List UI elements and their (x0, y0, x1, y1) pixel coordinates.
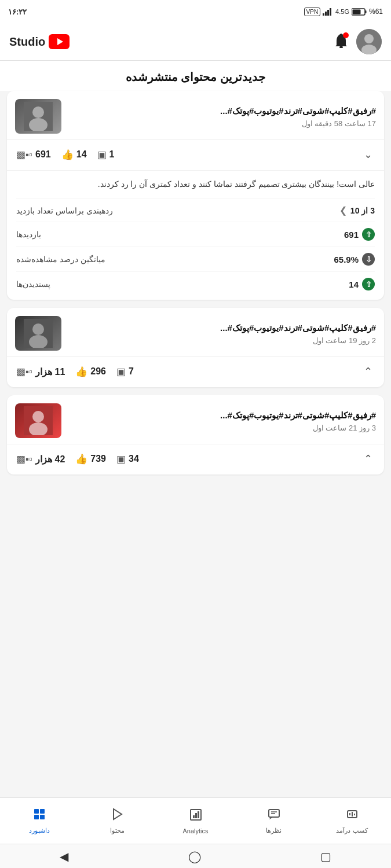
battery-icon (352, 8, 367, 16)
video-text-2: #رفیق#کلیپ#شوتی#ترند#یوتیوب#پوتک#... 2 ر… (67, 322, 376, 345)
video-card-3: #رفیق#کلیپ#شوتی#ترند#یوتیوب#پوتک#... 3 ر… (7, 395, 384, 475)
notification-bell[interactable] (333, 32, 349, 52)
expand-btn-2[interactable]: ⌃ (361, 363, 375, 380)
stat-detail-likes: ⇧ 14 پسندیدن‌ها (16, 271, 375, 296)
views-icon-1: ▫▪▩ (16, 149, 32, 161)
stat-views-1: 691 ▫▪▩ (16, 149, 51, 161)
video-thumb-1 (15, 99, 61, 134)
android-square-btn[interactable]: ▢ (320, 849, 331, 863)
earn-icon (345, 807, 359, 825)
android-home-btn[interactable]: ◯ (188, 849, 201, 863)
svg-point-14 (32, 106, 44, 118)
likes-count-3: 739 (90, 454, 106, 464)
avatar[interactable] (356, 29, 382, 54)
stats-right-1: 1 ▣ 14 👍 691 ▫▪▩ (16, 149, 114, 161)
nav-item-dashboard[interactable]: داشبورد (0, 798, 78, 844)
insight-text-1: عالی است! بینندگان بیشتری تصمیم گرفتند ت… (16, 178, 375, 190)
stat-views-2: 11 هزار ▫▪▩ (16, 366, 65, 378)
stats-row-3: ⌃ 34 ▣ 739 👍 42 هزار ▫▪▩ (7, 444, 384, 475)
rank-row-1: 3 از 10 ❯ ردهبندی براساس تعداد بازدید (16, 198, 375, 222)
svg-rect-36 (34, 815, 39, 819)
video-text-1: #رفیق#کلیپ#شوتی#ترند#یوتیوب#پوتک#... 17 … (67, 105, 376, 128)
svg-rect-6 (330, 8, 331, 16)
youtube-studio-logo: Studio (9, 34, 70, 49)
studio-text: Studio (9, 35, 45, 49)
stat-comments-3: 34 ▣ (116, 453, 139, 465)
stat-detail-views: ⇧ 691 بازدیدها (16, 222, 375, 247)
video-text-3: #رفیق#کلیپ#شوتی#ترند#یوتیوب#پوتک#... 3 ر… (67, 409, 376, 432)
nav-item-content[interactable]: محتوا (78, 798, 156, 844)
views-count-2: 11 هزار (35, 366, 65, 377)
stat-views-3: 42 هزار ▫▪▩ (16, 453, 65, 465)
views-count-3: 42 هزار (35, 454, 65, 465)
video-time-3: 3 روز 21 ساعت اول (67, 424, 376, 432)
stat-likes-1: 14 👍 (61, 149, 87, 161)
views-detail-value: ⇧ 691 (344, 228, 375, 241)
likes-up-badge: ⇧ (362, 278, 375, 290)
likes-detail-value: ⇧ 14 (349, 278, 375, 290)
views-icon-2: ▫▪▩ (16, 366, 32, 378)
watch-down-badge: ⇩ (362, 253, 375, 266)
video-title-3: #رفیق#کلیپ#شوتی#ترند#یوتیوب#پوتک#... (67, 409, 376, 421)
analytics-icon (189, 808, 203, 825)
video-time-2: 2 روز 19 ساعت اول (67, 336, 376, 345)
comment-icon-1: ▣ (97, 149, 107, 161)
video-time-1: 17 ساعت 58 دقیقه اول (67, 119, 376, 128)
like-icon-3: 👍 (75, 453, 87, 465)
nav-item-earn[interactable]: کسب درآمد (313, 798, 391, 844)
svg-rect-3 (323, 13, 324, 16)
stat-likes-3: 739 👍 (75, 453, 106, 465)
header-left (333, 29, 382, 54)
video-title-1: #رفیق#کلیپ#شوتی#ترند#یوتیوب#پوتک#... (67, 105, 376, 117)
comments-count-3: 34 (129, 454, 139, 464)
nav-item-analytics[interactable]: Analytics (156, 798, 235, 844)
rank-value-1: 3 از 10 (350, 206, 375, 215)
video-title-2: #رفیق#کلیپ#شوتی#ترند#یوتیوب#پوتک#... (67, 322, 376, 334)
svg-rect-10 (339, 46, 343, 48)
video-card-1: #رفیق#کلیپ#شوتی#ترند#یوتیوب#پوتک#... 17 … (7, 91, 384, 300)
bell-icon (333, 32, 349, 50)
stats-row-2: ⌃ 7 ▣ 296 👍 11 هزار ▫▪▩ (7, 356, 384, 387)
header: Studio (0, 23, 391, 61)
dashboard-label: داشبورد (29, 827, 50, 834)
signal-icon (323, 8, 333, 16)
video-info-3: #رفیق#کلیپ#شوتی#ترند#یوتیوب#پوتک#... 3 ر… (7, 395, 384, 444)
comments-label: نظرها (266, 827, 282, 834)
status-left: %61 4.5G VPN (304, 8, 383, 16)
video-info-2: #رفیق#کلیپ#شوتی#ترند#یوتیوب#پوتک#... 2 ر… (7, 308, 384, 356)
likes-count-1: 14 (76, 149, 87, 160)
likes-detail-label: پسندیدن‌ها (16, 279, 50, 289)
expand-btn-3[interactable]: ⌃ (361, 450, 375, 468)
views-detail-label: بازدیدها (16, 230, 41, 239)
yt-logo-icon (49, 34, 70, 49)
views-up-badge: ⇧ (362, 228, 375, 241)
rank-label-1: ردهبندی براساس تعداد بازدید (16, 206, 113, 215)
comments-count-2: 7 (129, 366, 134, 377)
svg-marker-12 (57, 38, 63, 45)
video-info-1: #رفیق#کلیپ#شوتی#ترند#یوتیوب#پوتک#... 17 … (7, 91, 384, 139)
rank-value-container: 3 از 10 ❯ (339, 205, 375, 216)
expanded-content-1: عالی است! بینندگان بیشتری تصمیم گرفتند ت… (7, 170, 384, 300)
watch-detail-value: ⇩ 65.9% (334, 253, 375, 266)
status-time: ۱۶:۲۲ (8, 8, 27, 16)
nav-item-comments[interactable]: نظرها (235, 798, 313, 844)
android-back-btn[interactable]: ◀ (60, 849, 68, 863)
watch-detail-label: میانگین درصد مشاهده‌شده (16, 255, 105, 264)
svg-rect-31 (195, 813, 197, 818)
stats-row-1: ⌄ 1 ▣ 14 👍 691 ▫▪▩ (7, 139, 384, 170)
views-icon-3: ▫▪▩ (16, 453, 32, 465)
comments-icon (267, 807, 281, 825)
android-bar: ▢ ◯ ◀ (0, 844, 391, 868)
bottom-nav: کسب درآمد نظرها Analytics (0, 797, 391, 844)
video-card-2: #رفیق#کلیپ#شوتی#ترند#یوتیوب#پوتک#... 2 ر… (7, 308, 384, 387)
svg-rect-2 (352, 9, 360, 14)
svg-rect-34 (34, 809, 39, 814)
svg-rect-37 (40, 815, 45, 819)
stat-likes-2: 296 👍 (75, 366, 106, 378)
collapse-btn-1[interactable]: ⌄ (361, 146, 375, 163)
svg-rect-1 (365, 10, 366, 13)
comment-icon-2: ▣ (116, 366, 126, 378)
rank-chevron[interactable]: ❯ (339, 205, 347, 216)
earn-label: کسب درآمد (336, 827, 367, 834)
content-label: محتوا (110, 827, 125, 834)
